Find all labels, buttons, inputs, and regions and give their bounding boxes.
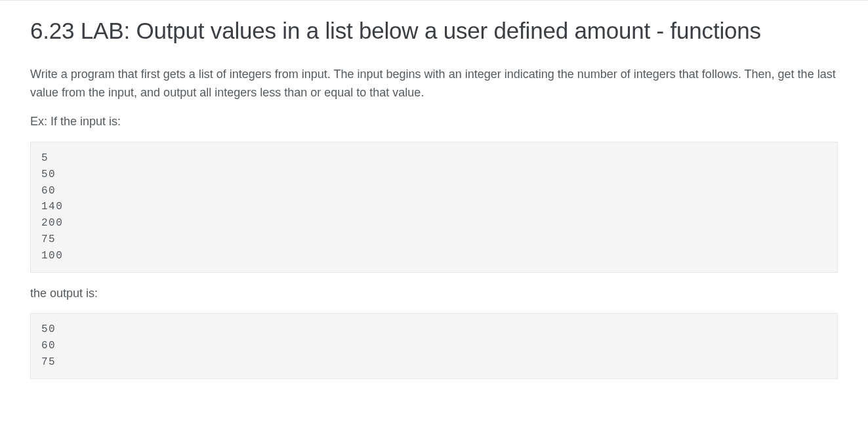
example-input-label: Ex: If the input is: [30,113,838,131]
lab-title: 6.23 LAB: Output values in a list below … [30,15,838,46]
lab-description: Write a program that first gets a list o… [30,66,838,102]
example-input-block: 5 50 60 140 200 75 100 [30,142,838,273]
example-output-block: 50 60 75 [30,313,838,378]
lab-content: 6.23 LAB: Output values in a list below … [0,1,868,404]
example-output-label: the output is: [30,285,838,303]
